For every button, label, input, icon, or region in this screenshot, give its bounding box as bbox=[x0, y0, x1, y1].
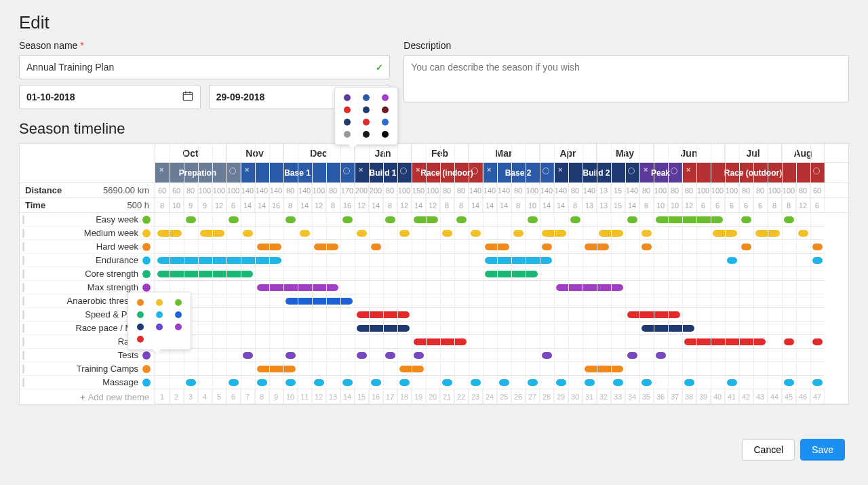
metric-cell[interactable]: 6 bbox=[696, 198, 711, 212]
metric-cell[interactable]: 12 bbox=[796, 198, 810, 212]
metric-cell[interactable]: 8 bbox=[155, 198, 170, 212]
gantt-bar[interactable] bbox=[442, 379, 452, 386]
gantt-bar[interactable] bbox=[642, 325, 694, 332]
metric-cell[interactable]: 80 bbox=[440, 183, 454, 197]
gantt-bar[interactable] bbox=[784, 216, 794, 223]
theme-row[interactable] bbox=[155, 362, 825, 376]
metric-cell[interactable]: 6 bbox=[810, 198, 825, 212]
phase-cell[interactable]: ×Base 1 bbox=[241, 163, 355, 182]
color-swatch[interactable] bbox=[137, 311, 144, 318]
metric-cell[interactable]: 9 bbox=[184, 198, 198, 212]
phase-handle-icon[interactable] bbox=[229, 168, 236, 174]
gantt-bar[interactable] bbox=[627, 311, 680, 318]
metric-cell[interactable]: 6 bbox=[226, 198, 241, 212]
color-dot-icon[interactable] bbox=[142, 284, 151, 292]
gantt-bar[interactable] bbox=[371, 244, 381, 250]
gantt-bar[interactable] bbox=[157, 257, 281, 264]
drag-handle-icon[interactable] bbox=[22, 364, 24, 374]
metric-cell[interactable]: 140 bbox=[269, 183, 283, 197]
gantt-bar[interactable] bbox=[755, 230, 780, 237]
gantt-bar[interactable] bbox=[656, 216, 723, 223]
gantt-bar[interactable] bbox=[684, 338, 766, 345]
gantt-bar[interactable] bbox=[570, 216, 580, 223]
gantt-bar[interactable] bbox=[812, 257, 823, 264]
gantt-bar[interactable] bbox=[357, 352, 367, 359]
gantt-bar[interactable] bbox=[528, 379, 538, 386]
theme-row[interactable] bbox=[155, 281, 825, 294]
gantt-bar[interactable] bbox=[784, 338, 794, 345]
color-swatch[interactable] bbox=[175, 311, 182, 318]
drag-handle-icon[interactable] bbox=[22, 242, 24, 252]
metric-cell[interactable]: 8 bbox=[383, 198, 397, 212]
gantt-bar[interactable] bbox=[257, 366, 296, 372]
theme-label[interactable]: Training Camps bbox=[20, 362, 155, 376]
metric-cell[interactable]: 10 bbox=[668, 198, 682, 212]
gantt-bar[interactable] bbox=[585, 244, 609, 250]
gantt-bar[interactable] bbox=[556, 379, 566, 386]
calendar-icon[interactable] bbox=[182, 90, 194, 104]
gantt-bar[interactable] bbox=[542, 230, 566, 237]
gantt-bar[interactable] bbox=[300, 230, 310, 237]
gantt-bar[interactable] bbox=[784, 379, 794, 386]
metric-cell[interactable]: 80 bbox=[682, 183, 696, 197]
gantt-bar[interactable] bbox=[741, 216, 751, 223]
color-dot-icon[interactable] bbox=[142, 270, 151, 278]
gantt-bar[interactable] bbox=[243, 352, 253, 359]
color-swatch[interactable] bbox=[382, 131, 389, 138]
gantt-bar[interactable] bbox=[371, 379, 381, 386]
metric-cell[interactable]: 8 bbox=[511, 198, 526, 212]
theme-label[interactable]: Easy week bbox=[20, 213, 155, 227]
color-swatch[interactable] bbox=[156, 324, 163, 330]
phase-handle-icon[interactable] bbox=[471, 168, 478, 174]
gantt-bar[interactable] bbox=[727, 379, 737, 386]
gantt-bar[interactable] bbox=[456, 216, 467, 223]
gantt-bar[interactable] bbox=[656, 352, 666, 359]
metric-cell[interactable]: 100 bbox=[397, 183, 412, 197]
gantt-bar[interactable] bbox=[613, 379, 623, 386]
metric-cell[interactable]: 140 bbox=[540, 183, 554, 197]
theme-row[interactable] bbox=[155, 308, 825, 322]
metric-cell[interactable]: 10 bbox=[526, 198, 540, 212]
gantt-bar[interactable] bbox=[627, 216, 637, 223]
gantt-bar[interactable] bbox=[186, 216, 196, 223]
theme-color-popover[interactable] bbox=[127, 292, 191, 350]
phase-cell[interactable]: ×Prepation bbox=[155, 163, 241, 182]
metric-cell[interactable]: 14 bbox=[540, 198, 554, 212]
gantt-bar[interactable] bbox=[314, 379, 324, 386]
gantt-bar[interactable] bbox=[385, 216, 395, 223]
gantt-bar[interactable] bbox=[485, 257, 552, 264]
phase-handle-icon[interactable] bbox=[400, 168, 407, 174]
phase-handle-icon[interactable] bbox=[813, 168, 820, 174]
metric-cell[interactable]: 80 bbox=[796, 183, 810, 197]
metric-cell[interactable]: 60 bbox=[810, 183, 825, 197]
color-swatch[interactable] bbox=[137, 324, 144, 330]
color-swatch[interactable] bbox=[344, 131, 351, 138]
metric-cell[interactable]: 12 bbox=[426, 198, 440, 212]
metric-cell[interactable]: 14 bbox=[255, 198, 269, 212]
color-dot-icon[interactable] bbox=[142, 351, 151, 360]
gantt-bar[interactable] bbox=[342, 216, 353, 223]
drag-handle-icon[interactable] bbox=[22, 269, 24, 279]
gantt-bar[interactable] bbox=[556, 284, 623, 291]
gantt-bar[interactable] bbox=[385, 352, 395, 359]
gantt-bar[interactable] bbox=[585, 366, 623, 372]
metric-cell[interactable]: 15 bbox=[611, 198, 625, 212]
metric-cell[interactable]: 14 bbox=[298, 198, 312, 212]
metric-cell[interactable]: 100 bbox=[526, 183, 540, 197]
color-swatch[interactable] bbox=[344, 106, 351, 113]
metric-cell[interactable]: 14 bbox=[241, 198, 255, 212]
metric-cell[interactable]: 100 bbox=[782, 183, 796, 197]
close-icon[interactable]: × bbox=[245, 166, 249, 174]
theme-label[interactable]: Massage bbox=[20, 376, 155, 389]
phase-cell[interactable]: ×Build 2 bbox=[554, 163, 639, 182]
phase-handle-icon[interactable] bbox=[542, 168, 549, 174]
gantt-bar[interactable] bbox=[357, 325, 410, 332]
metric-cell[interactable]: 12 bbox=[355, 198, 369, 212]
color-dot-icon[interactable] bbox=[142, 229, 151, 237]
phase-handle-icon[interactable] bbox=[628, 168, 635, 174]
cancel-button[interactable]: Cancel bbox=[742, 439, 795, 461]
metric-cell[interactable]: 100 bbox=[696, 183, 711, 197]
metric-cell[interactable]: 100 bbox=[725, 183, 739, 197]
metric-cell[interactable]: 200 bbox=[355, 183, 369, 197]
gantt-bar[interactable] bbox=[399, 230, 410, 237]
